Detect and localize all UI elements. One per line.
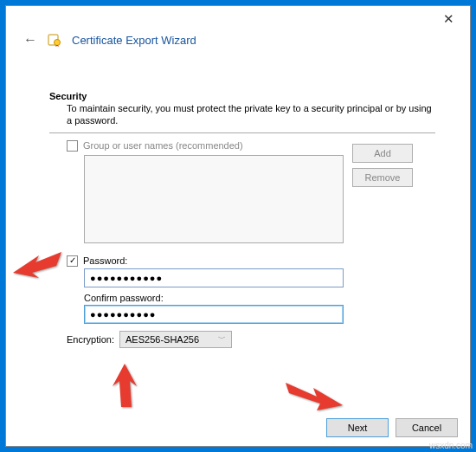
group-names-checkbox[interactable]	[67, 140, 78, 152]
next-button[interactable]: Next	[326, 418, 389, 437]
annotation-arrow-icon	[13, 247, 65, 281]
security-description: To maintain security, you must protect t…	[49, 101, 435, 131]
security-heading: Security	[49, 91, 435, 101]
watermark: wsxdn.com	[429, 441, 473, 450]
svg-marker-4	[286, 383, 343, 410]
divider	[49, 132, 435, 133]
remove-button[interactable]: Remove	[352, 168, 413, 187]
password-label: Password:	[83, 255, 127, 266]
annotation-arrow-icon	[104, 364, 147, 407]
password-input[interactable]	[84, 268, 344, 287]
encryption-dropdown[interactable]: AES256-SHA256 ﹀	[119, 331, 232, 348]
annotation-arrow-icon	[286, 374, 346, 417]
add-button[interactable]: Add	[352, 144, 413, 163]
chevron-down-icon: ﹀	[218, 333, 226, 345]
confirm-password-label: Confirm password:	[67, 293, 435, 303]
title-bar: ✕	[6, 6, 470, 32]
confirm-password-input[interactable]	[84, 305, 344, 324]
wizard-title: Certificate Export Wizard	[72, 34, 196, 47]
cancel-button[interactable]: Cancel	[396, 418, 458, 437]
svg-marker-2	[13, 252, 61, 278]
encryption-value: AES256-SHA256	[125, 334, 199, 345]
close-icon[interactable]: ✕	[435, 11, 461, 27]
group-names-label: Group or user names (recommended)	[83, 140, 243, 151]
group-names-listbox	[84, 155, 344, 243]
password-checkbox[interactable]: ✓	[67, 255, 78, 267]
svg-point-1	[55, 40, 61, 46]
svg-marker-3	[113, 364, 137, 407]
back-arrow-icon[interactable]: ←	[23, 32, 37, 48]
certificate-icon	[48, 33, 61, 47]
encryption-label: Encryption:	[67, 334, 114, 345]
